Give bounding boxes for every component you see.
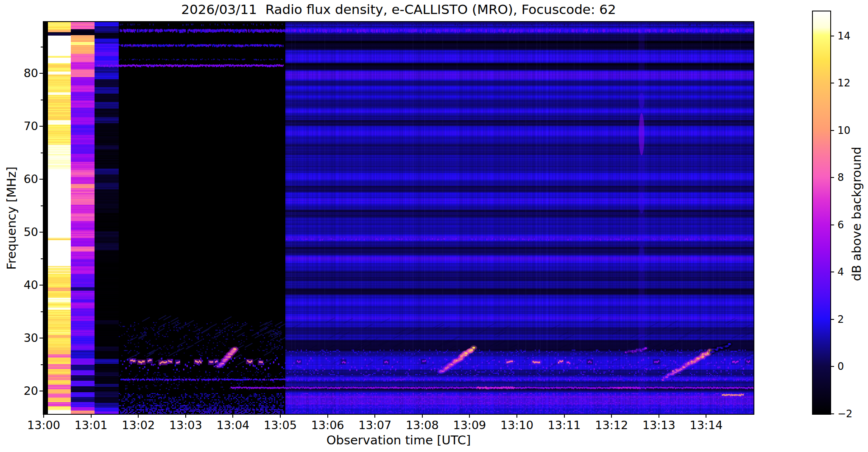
colorbar-tick-mark bbox=[830, 319, 834, 320]
x-tick-label: 13:09 bbox=[444, 419, 495, 432]
y-tick-mark bbox=[39, 232, 43, 233]
y-minor-tick-mark bbox=[41, 364, 43, 365]
plot-area bbox=[43, 21, 754, 415]
y-tick-mark bbox=[39, 338, 43, 338]
colorbar-tick-label: 14 bbox=[837, 30, 851, 42]
colorbar-tick-label: 12 bbox=[837, 77, 851, 89]
x-tick-label: 13:12 bbox=[586, 419, 637, 432]
y-minor-tick-mark bbox=[41, 47, 43, 47]
x-tick-mark bbox=[469, 414, 470, 418]
y-minor-tick-mark bbox=[41, 311, 43, 312]
y-tick-label: 80 bbox=[8, 67, 38, 80]
colorbar-tick-label: 2 bbox=[837, 313, 844, 325]
x-tick-label: 13:06 bbox=[302, 419, 353, 432]
colorbar-tick-mark bbox=[830, 83, 834, 83]
y-minor-tick-mark bbox=[41, 258, 43, 259]
x-tick-label: 13:03 bbox=[160, 419, 211, 432]
y-tick-mark bbox=[39, 73, 43, 74]
colorbar-tick-label: 10 bbox=[837, 125, 851, 136]
y-tick-label: 20 bbox=[8, 384, 38, 397]
x-tick-mark bbox=[659, 414, 659, 418]
x-tick-label: 13:10 bbox=[491, 419, 542, 432]
spectrogram-canvas bbox=[44, 22, 754, 414]
x-tick-label: 13:14 bbox=[681, 419, 731, 432]
y-tick-label: 60 bbox=[8, 172, 38, 186]
x-tick-mark bbox=[43, 414, 44, 418]
x-tick-mark bbox=[611, 414, 612, 418]
y-minor-tick-mark bbox=[41, 153, 43, 153]
colorbar-tick-mark bbox=[830, 177, 834, 178]
colorbar-tick-label: −2 bbox=[837, 408, 852, 420]
colorbar-tick-label: 6 bbox=[837, 219, 844, 231]
x-tick-label: 13:00 bbox=[18, 419, 69, 432]
x-tick-label: 13:05 bbox=[255, 419, 306, 432]
colorbar-tick-mark bbox=[830, 272, 834, 272]
x-tick-mark bbox=[91, 414, 92, 418]
y-minor-tick-mark bbox=[41, 205, 43, 206]
y-tick-mark bbox=[39, 285, 43, 286]
x-tick-label: 13:13 bbox=[634, 419, 684, 432]
x-tick-mark bbox=[706, 414, 706, 418]
colorbar-tick-label: 8 bbox=[837, 172, 844, 183]
x-axis-label: Observation time [UTC] bbox=[44, 433, 754, 447]
colorbar-gradient bbox=[813, 11, 830, 414]
colorbar-tick-mark bbox=[830, 413, 834, 414]
x-tick-label: 13:02 bbox=[113, 419, 164, 432]
chart-title: 2026/03/11 Radio flux density, e-CALLIST… bbox=[44, 2, 754, 17]
x-tick-mark bbox=[516, 414, 517, 418]
x-tick-mark bbox=[327, 414, 328, 418]
x-tick-mark bbox=[232, 414, 233, 418]
y-tick-mark bbox=[39, 126, 43, 127]
colorbar-tick-label: 4 bbox=[837, 266, 844, 278]
x-tick-mark bbox=[185, 414, 186, 418]
colorbar-tick-mark bbox=[830, 130, 834, 131]
x-tick-label: 13:04 bbox=[207, 419, 258, 432]
x-tick-mark bbox=[138, 414, 139, 418]
x-tick-mark bbox=[374, 414, 375, 418]
colorbar-tick-mark bbox=[830, 225, 834, 225]
x-tick-mark bbox=[422, 414, 423, 418]
colorbar-tick-label: 0 bbox=[837, 360, 844, 372]
x-tick-label: 13:08 bbox=[397, 419, 448, 432]
x-tick-mark bbox=[280, 414, 281, 418]
colorbar-label: dB above background bbox=[849, 147, 864, 281]
figure: 2026/03/11 Radio flux density, e-CALLIST… bbox=[0, 0, 868, 452]
y-minor-tick-mark bbox=[41, 100, 43, 100]
y-tick-label: 70 bbox=[8, 119, 38, 133]
y-tick-mark bbox=[39, 179, 43, 180]
x-tick-label: 13:07 bbox=[349, 419, 400, 432]
y-tick-label: 30 bbox=[8, 331, 38, 344]
colorbar-tick-mark bbox=[830, 366, 834, 367]
x-tick-label: 13:01 bbox=[66, 419, 117, 432]
y-tick-label: 50 bbox=[8, 225, 38, 238]
x-tick-label: 13:11 bbox=[539, 419, 590, 432]
y-tick-label: 40 bbox=[8, 278, 38, 291]
colorbar-tick-mark bbox=[830, 36, 834, 36]
y-tick-mark bbox=[39, 391, 43, 391]
colorbar bbox=[812, 11, 831, 415]
x-tick-mark bbox=[564, 414, 565, 418]
